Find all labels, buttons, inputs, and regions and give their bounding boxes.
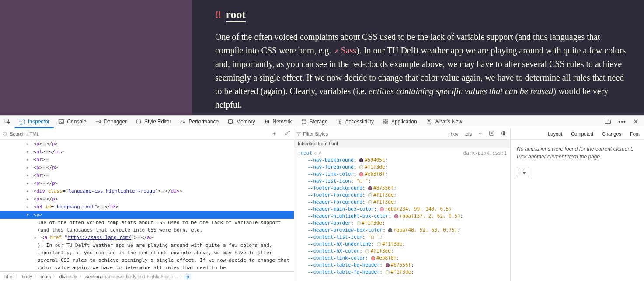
tab-memory[interactable]: Memory: [223, 116, 259, 128]
tab-network[interactable]: Network: [260, 116, 296, 128]
breadcrumb-item[interactable]: html: [3, 274, 15, 279]
tab-style-editor[interactable]: Style Editor: [131, 116, 175, 128]
rule-header[interactable]: :root ◇ { dark-pink.css:1: [298, 150, 507, 157]
side-body: No animations were found for the current…: [511, 140, 644, 183]
rule-selector: :root: [298, 150, 312, 157]
css-declaration[interactable]: --content-hX-underline: #f1f3de;: [298, 241, 507, 248]
styles-settings-button[interactable]: [487, 130, 497, 137]
breadcrumb-item[interactable]: main: [39, 274, 53, 279]
dom-node[interactable]: ▸ <h3 id="bangbang-root">⋯</h3>: [0, 203, 294, 211]
new-rule-button[interactable]: ＋: [476, 130, 485, 137]
dom-node[interactable]: ▸ <div class="language-css highlighter-r…: [0, 187, 294, 195]
cls-button[interactable]: .cls: [463, 131, 474, 137]
href-link[interactable]: https://sass-lang.com/: [67, 235, 131, 240]
sass-link[interactable]: Sass: [341, 46, 357, 55]
dom-node[interactable]: ▸ <hr>⋯: [0, 156, 294, 164]
dom-node[interactable]: ▸ <a href="https://sass-lang.com/">⋯</a>: [0, 234, 294, 242]
page-content-area: ‼ root One of the often voiced complaint…: [192, 0, 644, 115]
hov-button[interactable]: :hov: [447, 131, 461, 137]
rendered-page-preview: ‼ root One of the often voiced complaint…: [0, 0, 644, 115]
css-declaration[interactable]: --nav-background: #59405c;: [298, 157, 507, 164]
tab-network-label: Network: [273, 119, 292, 125]
tab-storage[interactable]: Storage: [296, 116, 332, 128]
breadcrumb-item[interactable]: section.markdown-body.text-highlighter-c…: [84, 274, 180, 279]
css-declaration[interactable]: --nav-link-color: #eb8f8f;: [298, 171, 507, 178]
close-devtools-button[interactable]: ✕: [631, 116, 641, 127]
devtools-body: ＋ ▸ <p>⋯</p>▸ <ul>⋯</ul>▸ <hr>⋯▸ <p>⋯</p…: [0, 128, 644, 281]
tab-performance[interactable]: Performance: [175, 116, 223, 128]
rule-source-link[interactable]: dark-pink.css:1: [463, 150, 507, 157]
highlight-selector-icon[interactable]: ◇: [314, 150, 317, 157]
light-dark-toggle[interactable]: [498, 130, 508, 137]
css-declaration[interactable]: --nav-list-icon: "○ ";: [298, 178, 507, 185]
dom-text-node[interactable]: One of the often voiced complaints about…: [0, 219, 294, 234]
tab-application[interactable]: Application: [378, 116, 421, 128]
inherited-header: Inherited from html: [294, 140, 510, 148]
css-declaration[interactable]: --content-hX-color: #f1f3de;: [298, 248, 507, 255]
breadcrumb-item[interactable]: div.iosfix: [57, 274, 79, 279]
css-declaration[interactable]: --content-table-bg-header: #87556f;: [298, 262, 507, 269]
css-declaration[interactable]: --content-list-icon: "○ ";: [298, 234, 507, 241]
tab-performance-label: Performance: [188, 119, 219, 125]
css-declaration[interactable]: --header-border: #f1f3de;: [298, 220, 507, 227]
dom-node[interactable]: ▸ <ul>⋯</ul>: [0, 148, 294, 156]
dom-node[interactable]: ▸ <p>⋯</p>: [0, 195, 294, 203]
side-tab-fonts[interactable]: Font: [626, 128, 644, 139]
add-node-button[interactable]: ＋: [268, 130, 281, 138]
styles-filter-input[interactable]: [303, 131, 446, 137]
breadcrumb-item-current[interactable]: p: [184, 274, 191, 280]
tab-application-label: Application: [391, 119, 417, 125]
rule-open-brace: {: [318, 150, 321, 157]
tab-whats-new[interactable]: What's New: [421, 116, 467, 128]
tab-whats-new-label: What's New: [435, 119, 463, 125]
heading-text: root: [226, 8, 246, 22]
breadcrumb-item[interactable]: body: [20, 274, 34, 279]
dom-node-selected[interactable]: ▾ <p>: [0, 211, 294, 219]
external-link-arrow-icon: ↗: [334, 48, 339, 55]
styles-toolbar: :hov .cls ＋: [294, 128, 510, 140]
css-declaration[interactable]: --footer-foreground: #f1f3de;: [298, 192, 507, 199]
css-declaration[interactable]: --content-link-color: #eb8f8f;: [298, 255, 507, 262]
tab-inspector[interactable]: Inspector: [15, 116, 54, 128]
side-tab-layout[interactable]: Layout: [543, 128, 567, 139]
pick-element-button[interactable]: [0, 116, 15, 128]
search-icon: [3, 131, 8, 137]
tab-console[interactable]: Console: [54, 116, 91, 128]
tab-accessibility-label: Accessibility: [345, 119, 374, 125]
dom-node[interactable]: ▸ <p>⋯</p>: [0, 179, 294, 187]
dom-node[interactable]: ▸ <p>⋯</p>: [0, 140, 294, 148]
css-declaration[interactable]: --nav-foreground: #f1f3de;: [298, 164, 507, 171]
css-declaration[interactable]: --header-main-box-color: rgba(234, 99, 1…: [298, 206, 507, 213]
css-declaration[interactable]: --content-table-fg-header: #f1f3de;: [298, 269, 507, 276]
css-declaration[interactable]: --footer-background: #87556f;: [298, 185, 507, 192]
html-toolbar: ＋: [0, 128, 294, 140]
side-panel: Layout Computed Changes Font No animatio…: [511, 128, 644, 281]
tab-debugger[interactable]: Debugger: [91, 116, 131, 128]
dom-text-node[interactable]: ). In our TU Delft weather app we are pl…: [0, 242, 294, 271]
svg-rect-7: [386, 119, 388, 121]
css-declaration[interactable]: --header-foreground: #f1f3de;: [298, 199, 507, 206]
no-animations-msg-2: Pick another element from the page.: [517, 153, 638, 161]
css-declaration[interactable]: --header-preview-box-color: rgba(48, 52,…: [298, 227, 507, 234]
tab-inspector-label: Inspector: [28, 119, 49, 125]
side-tab-computed[interactable]: Computed: [567, 128, 598, 139]
page-heading: ‼ root: [215, 8, 627, 22]
html-search[interactable]: [0, 130, 268, 138]
pick-element-from-page-button[interactable]: [517, 167, 529, 177]
svg-rect-12: [608, 120, 611, 123]
tab-storage-label: Storage: [310, 119, 328, 125]
styles-rule-block[interactable]: :root ◇ { dark-pink.css:1 --nav-backgrou…: [294, 148, 510, 281]
css-declaration[interactable]: --header-highlight-box-color: rgba(137, …: [298, 213, 507, 220]
dom-node[interactable]: ▸ <p>⋯</p>: [0, 164, 294, 172]
more-options-button[interactable]: •••: [616, 116, 628, 127]
styles-filter[interactable]: [296, 131, 446, 137]
html-search-input[interactable]: [8, 130, 265, 138]
side-tab-changes[interactable]: Changes: [598, 128, 626, 139]
dom-node[interactable]: ▸ <hr>⋯: [0, 172, 294, 179]
svg-point-5: [339, 119, 340, 120]
html-tree[interactable]: ▸ <p>⋯</p>▸ <ul>⋯</ul>▸ <hr>⋯▸ <p>⋯</p>▸…: [0, 140, 294, 271]
responsive-mode-button[interactable]: [602, 116, 613, 128]
eyedropper-button[interactable]: [281, 130, 294, 137]
tab-memory-label: Memory: [236, 119, 255, 125]
tab-accessibility[interactable]: Accessibility: [332, 116, 378, 128]
